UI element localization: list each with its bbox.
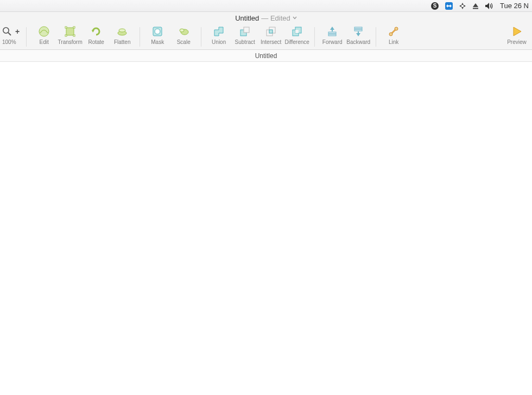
svg-point-23: [119, 29, 125, 32]
transform-icon: [64, 25, 77, 38]
document-title: Untitled: [235, 14, 259, 22]
svg-line-14: [8, 33, 11, 35]
volume-icon[interactable]: [485, 2, 495, 10]
difference-button[interactable]: Difference: [284, 25, 310, 49]
mask-label: Mask: [151, 39, 164, 45]
difference-label: Difference: [284, 39, 309, 45]
zoom-level-label: 100%: [2, 39, 16, 45]
scale-label: Scale: [177, 39, 191, 45]
edit-icon: [37, 25, 50, 38]
eject-icon[interactable]: [472, 2, 479, 10]
toolbar-separator: [140, 27, 140, 47]
preview-icon: [510, 25, 523, 38]
transform-label: Transform: [58, 39, 83, 45]
zoom-control[interactable]: + 100%: [2, 25, 20, 49]
subtract-button[interactable]: Subtract: [232, 25, 258, 49]
backward-button[interactable]: Backward: [345, 25, 371, 49]
toolbar-separator: [201, 27, 201, 47]
svg-rect-32: [269, 30, 273, 33]
svg-rect-37: [328, 34, 336, 36]
flatten-label: Flatten: [114, 39, 131, 45]
svg-rect-39: [354, 27, 362, 29]
forward-icon: [326, 25, 339, 38]
toolbar-group-edit: Edit Transform Rotate Flatten: [31, 25, 135, 49]
svg-marker-38: [330, 27, 334, 31]
svg-rect-16: [66, 28, 74, 35]
intersect-label: Intersect: [261, 39, 281, 45]
svg-rect-17: [65, 27, 67, 28]
svg-marker-7: [461, 7, 464, 9]
chevron-down-icon[interactable]: [293, 16, 297, 20]
teamviewer-icon[interactable]: [445, 2, 453, 10]
sync-icon[interactable]: [459, 2, 466, 10]
rotate-button[interactable]: Rotate: [83, 25, 109, 49]
skype-icon[interactable]: S: [430, 2, 439, 10]
preview-button[interactable]: Preview: [504, 25, 530, 49]
backward-icon: [352, 25, 365, 38]
menubar-clock[interactable]: Tue 26 N: [500, 2, 529, 10]
macos-menubar: S Tue 26 N: [0, 0, 532, 12]
rotate-icon: [90, 25, 103, 38]
edit-label: Edit: [40, 39, 49, 45]
subtract-label: Subtract: [235, 39, 255, 45]
edit-button[interactable]: Edit: [31, 25, 57, 49]
status-icons: S: [430, 2, 495, 10]
scale-button[interactable]: Scale: [170, 25, 197, 49]
page-tabstrip[interactable]: Untitled: [0, 50, 532, 62]
svg-rect-40: [354, 29, 362, 31]
svg-point-15: [39, 27, 49, 36]
magnifier-icon: [2, 27, 12, 36]
toolbar-group-mask: Mask Scale: [144, 25, 197, 49]
svg-point-27: [180, 29, 184, 32]
svg-marker-10: [473, 3, 478, 7]
forward-button[interactable]: Forward: [319, 25, 345, 49]
mask-icon: [151, 25, 164, 38]
svg-marker-41: [356, 31, 360, 36]
svg-marker-8: [459, 5, 461, 7]
svg-rect-29: [244, 27, 249, 33]
union-button[interactable]: Union: [206, 25, 232, 49]
svg-rect-18: [73, 27, 75, 28]
flatten-button[interactable]: Flatten: [109, 25, 135, 49]
forward-label: Forward: [322, 39, 343, 45]
toolbar-group-link: Link: [381, 25, 407, 49]
mask-button[interactable]: Mask: [144, 25, 170, 49]
link-icon: [387, 25, 400, 38]
svg-point-13: [3, 27, 9, 33]
rotate-label: Rotate: [88, 39, 104, 45]
svg-marker-12: [485, 3, 489, 9]
svg-rect-19: [65, 35, 67, 36]
subtract-icon: [238, 25, 251, 38]
svg-point-43: [395, 27, 398, 30]
svg-rect-35: [295, 30, 299, 33]
union-icon: [212, 25, 225, 38]
union-label: Union: [212, 39, 226, 45]
transform-button[interactable]: Transform: [57, 25, 83, 49]
svg-rect-36: [328, 32, 336, 34]
svg-text:S: S: [433, 3, 437, 9]
toolbar-group-order: Forward Backward: [319, 25, 371, 49]
svg-marker-9: [464, 5, 466, 7]
backward-label: Backward: [346, 39, 370, 45]
flatten-icon: [116, 25, 129, 38]
link-button[interactable]: Link: [381, 25, 407, 49]
toolbar-group-boolean: Union Subtract Intersect Difference: [206, 25, 310, 49]
svg-rect-5: [448, 5, 450, 7]
document-edited-suffix: — Edited: [261, 14, 290, 22]
zoom-plus-icon[interactable]: +: [15, 27, 20, 36]
svg-rect-11: [473, 8, 478, 9]
scale-icon: [177, 25, 190, 38]
toolbar-separator: [314, 27, 315, 47]
svg-marker-44: [514, 27, 521, 36]
svg-rect-20: [73, 35, 75, 36]
intersect-button[interactable]: Intersect: [258, 25, 284, 49]
canvas[interactable]: [0, 62, 532, 395]
preview-label: Preview: [507, 39, 527, 45]
svg-marker-6: [461, 3, 464, 5]
toolbar: + 100% Edit Transform Rotate: [0, 24, 532, 50]
svg-point-42: [389, 33, 392, 36]
window-titlebar: Untitled — Edited: [0, 12, 532, 24]
toolbar-separator: [26, 27, 27, 47]
toolbar-separator: [376, 27, 376, 47]
svg-point-25: [155, 29, 160, 34]
